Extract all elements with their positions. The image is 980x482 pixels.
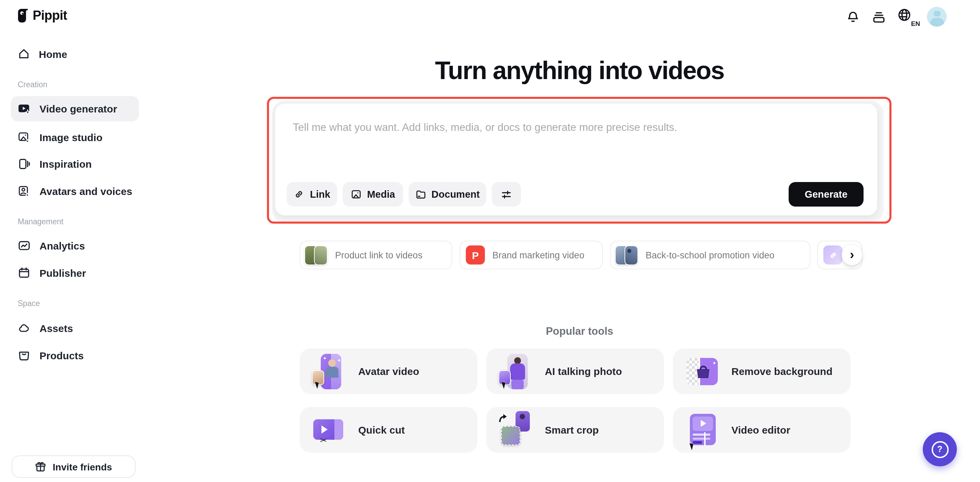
attach-media-button[interactable]: Media (342, 182, 403, 207)
brand-logo[interactable]: Pippit (17, 8, 67, 23)
student-collage-thumbnail (615, 244, 638, 266)
prompt-settings-button[interactable] (492, 182, 521, 207)
avatar-video-thumbnail: ✦ ✦ (312, 352, 347, 390)
sidebar-item-analytics[interactable]: Analytics (11, 234, 139, 257)
home-icon (18, 48, 30, 60)
tool-card-ai-talking-photo[interactable]: AI talking photo (486, 348, 664, 394)
tool-card-label: Smart crop (545, 424, 599, 436)
sidebar: Pippit Home Creation Video generator (0, 0, 148, 482)
page-title: Turn anything into videos (268, 57, 891, 85)
user-avatar[interactable] (927, 7, 947, 27)
sidebar-item-video-generator[interactable]: Video generator (11, 96, 139, 121)
sparkle-icon: ✦ (323, 356, 327, 360)
sidebar-section-management: Management (18, 217, 63, 226)
pippit-logo-icon (17, 8, 29, 23)
sidebar-section-space: Space (18, 299, 40, 308)
sidebar-item-label: Image studio (40, 131, 102, 143)
suggestion-chip-label: Product link to videos (335, 250, 423, 260)
tool-card-avatar-video[interactable]: ✦ ✦ Avatar video (300, 348, 477, 394)
link-icon (294, 189, 304, 200)
attach-media-label: Media (367, 189, 395, 200)
smart-crop-thumbnail (498, 411, 534, 449)
document-folder-icon (415, 189, 426, 200)
ai-talking-photo-thumbnail (498, 352, 534, 390)
help-button[interactable]: ? (923, 432, 957, 466)
tool-card-remove-background[interactable]: ✦ Remove background (673, 348, 851, 394)
brand-p-badge: P (466, 246, 485, 265)
link-tile-thumbnail (823, 246, 842, 265)
suggestion-chip-product-link[interactable]: Product link to videos (300, 241, 452, 269)
prompt-input[interactable] (291, 120, 859, 171)
sidebar-item-label: Home (39, 48, 67, 60)
sidebar-item-products[interactable]: Products (11, 343, 139, 367)
sidebar-item-assets[interactable]: Assets (11, 316, 139, 340)
sidebar-item-label: Products (40, 350, 84, 361)
products-bag-icon (18, 349, 31, 362)
chevron-right-icon: › (850, 248, 854, 261)
curved-arrow-icon (498, 413, 508, 423)
gift-icon (35, 461, 47, 472)
sliders-icon (501, 188, 512, 200)
tool-card-label: Avatar video (358, 365, 419, 377)
sparkle-icon: ✦ (712, 360, 716, 365)
product-collage-thumbnail (304, 244, 328, 266)
attach-document-button[interactable]: Document (409, 182, 486, 207)
sidebar-item-label: Video generator (40, 103, 117, 115)
invite-friends-label: Invite friends (53, 461, 112, 472)
image-studio-icon (18, 131, 31, 144)
analytics-icon (18, 239, 31, 252)
generate-button[interactable]: Generate (789, 182, 864, 207)
video-generator-icon (18, 102, 31, 115)
tool-card-label: Video editor (732, 424, 790, 436)
tool-card-label: AI talking photo (545, 365, 622, 377)
sidebar-item-label: Assets (40, 322, 73, 334)
sidebar-item-home[interactable]: Home (11, 42, 139, 65)
sidebar-item-label: Inspiration (40, 158, 92, 169)
tool-card-quick-cut[interactable]: ✂ Quick cut (300, 407, 477, 453)
avatar-figure (933, 11, 940, 16)
sidebar-item-avatars-and-voices[interactable]: Avatars and voices (11, 179, 139, 203)
app-window: Pippit Home Creation Video generator (0, 0, 980, 482)
question-icon: ? (931, 441, 948, 458)
invite-friends-button[interactable]: Invite friends (11, 455, 135, 478)
notifications-bell-icon[interactable] (845, 9, 861, 25)
media-image-icon (351, 189, 362, 200)
inspiration-icon (18, 157, 31, 170)
tool-card-label: Remove background (732, 365, 832, 377)
suggestion-chip-brand-marketing[interactable]: P Brand marketing video (460, 241, 603, 269)
orders-stack-icon[interactable] (870, 9, 887, 25)
avatars-icon (18, 184, 31, 197)
sidebar-section-creation: Creation (18, 80, 47, 89)
remove-background-thumbnail: ✦ (685, 352, 721, 390)
sidebar-item-label: Avatars and voices (40, 185, 132, 197)
suggestion-chip-label: Back-to-school promotion video (646, 250, 774, 260)
scissors-icon: ✂ (320, 435, 327, 445)
brand-name: Pippit (33, 8, 67, 23)
sidebar-item-label: Analytics (40, 239, 85, 251)
tool-card-video-editor[interactable]: Video editor (673, 407, 851, 453)
sidebar-item-label: Publisher (40, 267, 86, 278)
suggestion-chip-back-to-school[interactable]: Back-to-school promotion video (610, 241, 810, 269)
popular-tools-heading: Popular tools (268, 325, 891, 337)
play-icon (321, 425, 328, 433)
tool-card-smart-crop[interactable]: Smart crop (486, 407, 664, 453)
language-label: EN (911, 20, 920, 27)
quick-cut-thumbnail: ✂ (312, 411, 347, 449)
language-selector[interactable]: EN (897, 8, 919, 27)
play-icon (701, 420, 706, 426)
attach-link-label: Link (310, 189, 330, 200)
tool-card-label: Quick cut (358, 424, 405, 436)
attach-link-button[interactable]: Link (287, 182, 337, 207)
suggestion-chip-label: Brand marketing video (492, 250, 584, 260)
sidebar-item-publisher[interactable]: Publisher (11, 261, 139, 284)
video-editor-thumbnail (685, 411, 721, 449)
publisher-icon (18, 266, 31, 279)
sidebar-item-inspiration[interactable]: Inspiration (11, 152, 139, 175)
sidebar-item-image-studio[interactable]: Image studio (11, 125, 139, 148)
assets-cloud-icon (18, 321, 31, 334)
attach-document-label: Document (431, 189, 480, 200)
suggestions-next-button[interactable]: › (842, 245, 862, 265)
